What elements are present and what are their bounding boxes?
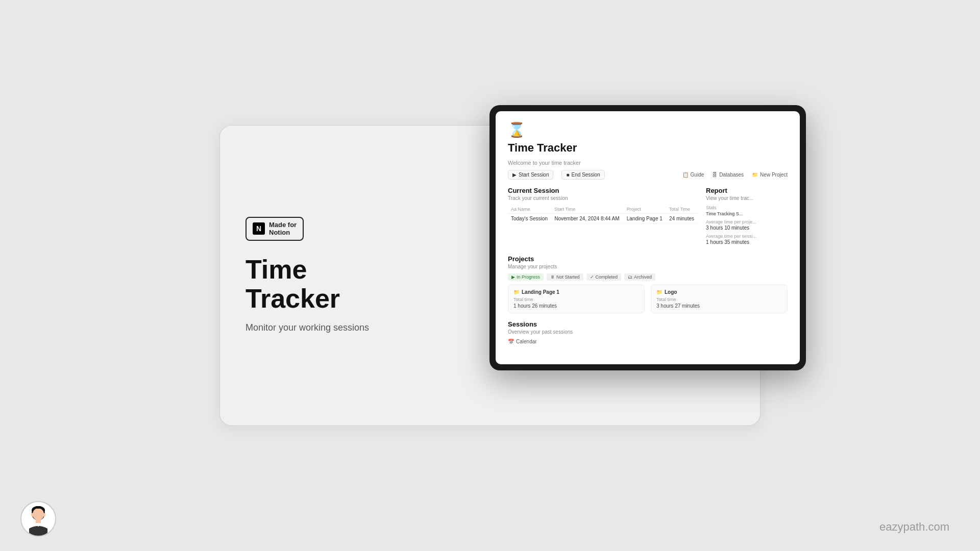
avatar-wrapper: [20, 501, 56, 537]
app-subtitle: Monitor your working sessions: [246, 321, 388, 334]
folder-icon-1: 📁: [513, 289, 520, 295]
current-session-col: Current Session Track your current sessi…: [508, 187, 698, 248]
main-card: N Made for Notion Time Tracker Monitor y…: [219, 125, 761, 426]
notion-page-title: Time Tracker: [508, 141, 788, 155]
stat1: Average time per proje... 3 hours 10 min…: [706, 219, 788, 231]
play-icon-small: ▶: [511, 274, 515, 280]
project-1-title: 📁 Landing Page 1: [513, 289, 639, 295]
tablet-frame: ⌛ Time Tracker Welcome to your time trac…: [489, 105, 806, 370]
databases-link[interactable]: 🗄 Databases: [712, 170, 744, 180]
row-start-time: November 24, 2024 8:44 AM: [551, 214, 623, 224]
left-panel: N Made for Notion Time Tracker Monitor y…: [220, 191, 414, 360]
filter-tags: ▶ In Progress ⏸ Not Started ✓ Completed: [508, 273, 788, 281]
project-card-2[interactable]: 📁 Logo Total time 3 hours 27 minutes: [651, 285, 788, 313]
website-text: eazypath.com: [879, 520, 949, 534]
notion-content: ⌛ Time Tracker Welcome to your time trac…: [496, 111, 800, 364]
report-stats: Stats Time Tracking S... Average time pe…: [706, 205, 788, 245]
guide-icon: 📋: [682, 172, 689, 178]
svg-point-2: [33, 508, 44, 520]
start-session-btn[interactable]: ▶ Start Session: [508, 170, 553, 180]
stat-item-name: Time Tracking S...: [706, 211, 788, 216]
calendar-view[interactable]: 📅 Calendar: [508, 339, 788, 344]
stats-label: Stats: [706, 205, 788, 210]
hourglass-icon: ⌛: [508, 121, 788, 138]
database-icon: 🗄: [712, 172, 717, 178]
sessions-section: Sessions Overview your past sessions 📅 C…: [508, 320, 788, 344]
col-header-name: Aa Name: [508, 205, 551, 214]
notion-actions: ▶ Start Session ■ End Session 📋 Guide: [508, 170, 788, 180]
new-project-icon: 📁: [752, 172, 758, 178]
row-name: Today's Session: [508, 214, 551, 224]
check-icon: ✓: [590, 274, 594, 280]
current-session-table: Aa Name Start Time Pro: [508, 205, 698, 224]
stats-item: Stats Time Tracking S...: [706, 205, 788, 216]
stop-icon: ■: [566, 172, 569, 178]
col-header-start: Start Time: [551, 205, 623, 214]
col-header-project: Project: [624, 205, 666, 214]
project-cards: 📁 Landing Page 1 Total time 1 hours 26 m…: [508, 285, 788, 313]
row-total-time: 24 minutes: [666, 214, 698, 224]
two-col-section: Current Session Track your current sessi…: [508, 187, 788, 248]
svg-point-4: [42, 513, 45, 517]
end-session-btn[interactable]: ■ End Session: [561, 170, 604, 180]
notion-logo-icon: N: [253, 222, 265, 235]
calendar-icon: 📅: [508, 339, 514, 344]
current-session-section: Current Session Track your current sessi…: [508, 187, 698, 224]
notion-badge: N Made for Notion: [246, 217, 304, 241]
row-project: Landing Page 1: [624, 214, 666, 224]
report-col: Report View your time trac... Stats Time…: [706, 187, 788, 248]
pause-icon: ⏸: [550, 274, 555, 280]
project-2-title: 📁 Logo: [656, 289, 782, 295]
text-icon: Aa: [511, 207, 517, 212]
play-icon: ▶: [512, 172, 517, 178]
notion-desc: Welcome to your time tracker: [508, 160, 788, 166]
tablet-screen: ⌛ Time Tracker Welcome to your time trac…: [496, 111, 800, 364]
app-title: Time Tracker: [246, 255, 388, 313]
stat2: Average time per sessi... 1 hours 35 min…: [706, 234, 788, 245]
archive-icon: 🗂: [628, 274, 632, 280]
table-row: Today's Session November 24, 2024 8:44 A…: [508, 214, 698, 224]
avatar: [20, 501, 56, 537]
filter-completed[interactable]: ✓ Completed: [586, 273, 622, 281]
filter-archived[interactable]: 🗂 Archived: [624, 273, 655, 281]
guide-link[interactable]: 📋 Guide: [682, 170, 704, 180]
folder-icon-2: 📁: [656, 289, 663, 295]
col-header-time: Total Time: [666, 205, 698, 214]
filter-in-progress[interactable]: ▶ In Progress: [508, 273, 544, 281]
filter-not-started[interactable]: ⏸ Not Started: [547, 273, 583, 281]
svg-rect-5: [36, 519, 41, 523]
project-card-1[interactable]: 📁 Landing Page 1 Total time 1 hours 26 m…: [508, 285, 645, 313]
svg-point-3: [31, 513, 34, 517]
projects-section: Projects Manage your projects ▶ In Progr…: [508, 255, 788, 313]
badge-text: Made for Notion: [269, 221, 297, 237]
avatar-svg: [25, 504, 52, 536]
new-project-link[interactable]: 📁 New Project: [752, 170, 788, 180]
tablet-wrapper: ⌛ Time Tracker Welcome to your time trac…: [489, 105, 806, 370]
